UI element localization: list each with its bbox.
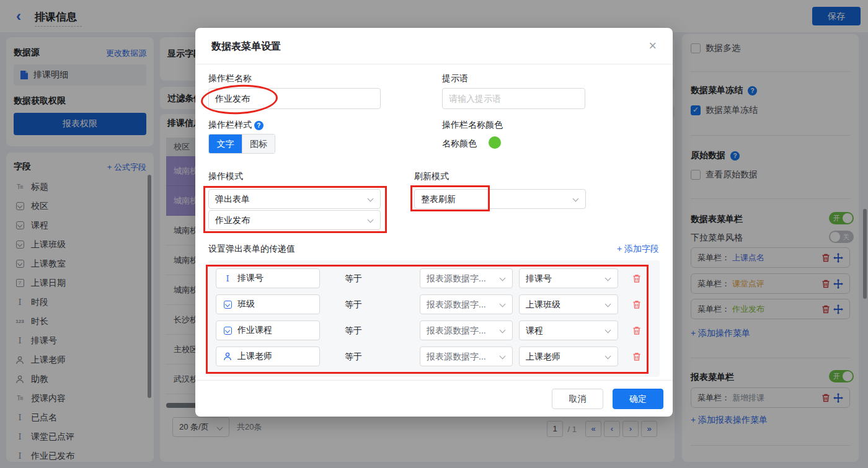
operator-label: 等于: [345, 325, 362, 337]
operator-label: 等于: [345, 299, 362, 311]
person-icon: [223, 351, 232, 361]
action-form-select[interactable]: 作业发布: [208, 210, 381, 230]
text-icon: I: [223, 273, 232, 283]
close-icon[interactable]: ×: [649, 38, 657, 54]
select-icon: [223, 325, 232, 335]
action-name-input[interactable]: 作业发布: [208, 88, 381, 109]
delete-icon[interactable]: [632, 325, 642, 335]
pass-field-box[interactable]: 上课老师: [216, 347, 320, 366]
chevron-down-icon: [605, 327, 611, 333]
style-label: 操作栏样式: [208, 120, 252, 130]
chevron-down-icon: [368, 217, 374, 223]
value-select[interactable]: 排课号: [519, 268, 618, 288]
operator-label: 等于: [345, 273, 362, 285]
pass-values-label: 设置弹出表单的传递值: [208, 244, 295, 255]
operator-label: 等于: [345, 351, 362, 363]
pass-field-box[interactable]: 作业课程: [216, 320, 320, 340]
value-select[interactable]: 上课班级: [519, 294, 618, 314]
action-name-label: 操作栏名称: [208, 73, 252, 84]
chevron-down-icon: [605, 275, 611, 281]
help-icon[interactable]: ?: [254, 121, 264, 130]
add-field-link[interactable]: + 添加字段: [617, 244, 659, 255]
cancel-button[interactable]: 取消: [552, 389, 603, 409]
chevron-down-icon: [500, 275, 506, 281]
delete-icon[interactable]: [632, 351, 642, 361]
source-select[interactable]: 报表源数据字...: [420, 320, 513, 340]
pass-field-box[interactable]: 班级: [216, 294, 320, 314]
delete-icon[interactable]: [632, 273, 642, 283]
style-segmented-control: 文字 图标: [208, 134, 275, 154]
select-icon: [223, 299, 232, 309]
color-swatch[interactable]: [489, 136, 501, 149]
chevron-down-icon: [605, 353, 611, 360]
action-mode-select[interactable]: 弹出表单: [208, 189, 381, 209]
chevron-down-icon: [573, 196, 579, 202]
action-mode-label: 操作模式: [208, 171, 243, 182]
chevron-down-icon: [368, 196, 374, 202]
color-name-label: 名称颜色: [442, 138, 477, 149]
name-color-label: 操作栏名称颜色: [442, 120, 503, 131]
pass-field-box[interactable]: I排课号: [216, 268, 320, 288]
chevron-down-icon: [605, 301, 611, 307]
refresh-mode-select[interactable]: 整表刷新: [414, 189, 586, 209]
table-menu-settings-dialog: 数据表菜单设置 × 操作栏名称 作业发布 提示语 请输入提示语 操作栏样式 ? …: [195, 28, 673, 417]
tab-text-style[interactable]: 文字: [209, 135, 242, 153]
chevron-down-icon: [500, 353, 506, 360]
dialog-title: 数据表菜单设置: [211, 40, 281, 53]
value-select[interactable]: 上课老师: [519, 347, 618, 366]
chevron-down-icon: [500, 301, 506, 307]
app-root: ‹ 排课信息 保存 数据源 更改数据源 排课明细 数据获取权限 报表权限 字段 …: [0, 0, 868, 468]
tip-label: 提示语: [442, 73, 468, 84]
refresh-mode-label: 刷新模式: [414, 171, 449, 182]
chevron-down-icon: [500, 327, 506, 333]
source-select[interactable]: 报表源数据字...: [420, 268, 513, 288]
tab-icon-style[interactable]: 图标: [242, 135, 275, 153]
tip-input[interactable]: 请输入提示语: [442, 88, 585, 109]
value-select[interactable]: 课程: [519, 320, 618, 340]
delete-icon[interactable]: [632, 299, 642, 309]
source-select[interactable]: 报表源数据字...: [420, 347, 513, 366]
ok-button[interactable]: 确定: [613, 389, 663, 409]
source-select[interactable]: 报表源数据字...: [420, 294, 513, 314]
